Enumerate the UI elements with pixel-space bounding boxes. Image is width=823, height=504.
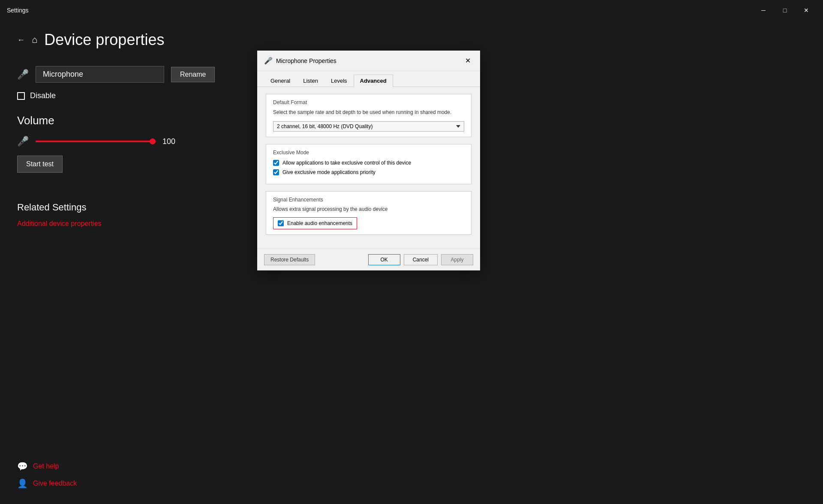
signal-enhancements-section: Signal Enhancements Allows extra signal …: [266, 191, 472, 235]
cancel-button[interactable]: Cancel: [404, 254, 438, 265]
title-bar-left: Settings: [7, 7, 29, 14]
format-select[interactable]: 2 channel, 16 bit, 44100 Hz (CD Quality)…: [273, 121, 464, 132]
restore-defaults-button[interactable]: Restore Defaults: [264, 254, 315, 265]
back-button[interactable]: ←: [17, 36, 25, 45]
title-bar-controls: ─ □ ✕: [754, 3, 816, 17]
exclusive-mode-section: Exclusive Mode Allow applications to tak…: [266, 144, 472, 184]
ok-button[interactable]: OK: [368, 254, 400, 265]
page-header: ← ⌂ Device properties: [17, 31, 806, 49]
tab-advanced[interactable]: Advanced: [354, 75, 393, 87]
title-bar: Settings ─ □ ✕: [0, 0, 823, 21]
device-name-input[interactable]: [36, 66, 164, 83]
dialog-title: Microphone Properties: [276, 57, 336, 64]
tab-general[interactable]: General: [264, 75, 297, 87]
enhancement-checkbox-wrapper: Enable audio enhancements: [273, 217, 357, 229]
give-feedback-link[interactable]: Give feedback: [33, 480, 77, 487]
enable-enhancements-checkbox[interactable]: [278, 220, 284, 226]
dialog-title-left: 🎤 Microphone Properties: [264, 57, 336, 65]
volume-thumb[interactable]: [150, 138, 156, 144]
app-title: Settings: [7, 7, 29, 14]
microphone-properties-dialog: 🎤 Microphone Properties ✕ General Listen…: [257, 51, 480, 270]
tab-listen[interactable]: Listen: [297, 75, 324, 87]
microphone-icon: 🎤: [17, 69, 29, 80]
page-title: Device properties: [44, 31, 164, 49]
home-icon: ⌂: [32, 34, 37, 45]
exclusive-control-label: Allow applications to take exclusive con…: [282, 160, 411, 166]
close-button[interactable]: ✕: [796, 3, 816, 17]
get-help-item[interactable]: 💬 Get help: [17, 461, 77, 471]
dialog-footer: Restore Defaults OK Cancel Apply: [257, 249, 480, 270]
get-help-icon: 💬: [17, 461, 28, 471]
volume-track: [36, 141, 156, 142]
get-help-link[interactable]: Get help: [33, 462, 59, 470]
default-format-desc: Select the sample rate and bit depth to …: [273, 109, 464, 116]
start-test-button[interactable]: Start test: [17, 156, 63, 173]
give-feedback-item[interactable]: 👤 Give feedback: [17, 478, 77, 489]
apply-button[interactable]: Apply: [441, 254, 473, 265]
disable-label: Disable: [30, 91, 56, 100]
exclusive-mode-title: Exclusive Mode: [273, 150, 464, 156]
exclusive-priority-label: Give exclusive mode applications priorit…: [282, 169, 375, 175]
dialog-tabs: General Listen Levels Advanced: [257, 71, 480, 87]
volume-fill: [36, 141, 156, 142]
tab-levels[interactable]: Levels: [324, 75, 354, 87]
bottom-links: 💬 Get help 👤 Give feedback: [17, 461, 77, 495]
footer-right-buttons: OK Cancel Apply: [368, 254, 473, 265]
minimize-button[interactable]: ─: [754, 3, 773, 17]
exclusive-control-checkbox[interactable]: [273, 160, 279, 166]
dialog-title-bar: 🎤 Microphone Properties ✕: [257, 51, 480, 71]
exclusive-priority-checkbox[interactable]: [273, 169, 279, 175]
dialog-close-button[interactable]: ✕: [463, 56, 473, 66]
exclusive-priority-row: Give exclusive mode applications priorit…: [273, 169, 464, 175]
volume-value: 100: [162, 137, 180, 146]
exclusive-control-row: Allow applications to take exclusive con…: [273, 160, 464, 166]
default-format-title: Default Format: [273, 99, 464, 105]
rename-button[interactable]: Rename: [171, 67, 215, 82]
default-format-section: Default Format Select the sample rate an…: [266, 94, 472, 137]
maximize-button[interactable]: □: [775, 3, 795, 17]
volume-mic-icon: 🎤: [17, 136, 29, 147]
disable-checkbox[interactable]: [17, 92, 25, 100]
dialog-mic-icon: 🎤: [264, 57, 273, 65]
enable-enhancements-label: Enable audio enhancements: [287, 220, 352, 226]
volume-slider[interactable]: [36, 137, 156, 146]
dialog-content: Default Format Select the sample rate an…: [257, 87, 480, 249]
signal-enhancements-title: Signal Enhancements: [273, 197, 464, 203]
back-icon: ←: [17, 36, 25, 45]
signal-enhancements-desc: Allows extra signal processing by the au…: [273, 206, 464, 212]
give-feedback-icon: 👤: [17, 478, 28, 489]
